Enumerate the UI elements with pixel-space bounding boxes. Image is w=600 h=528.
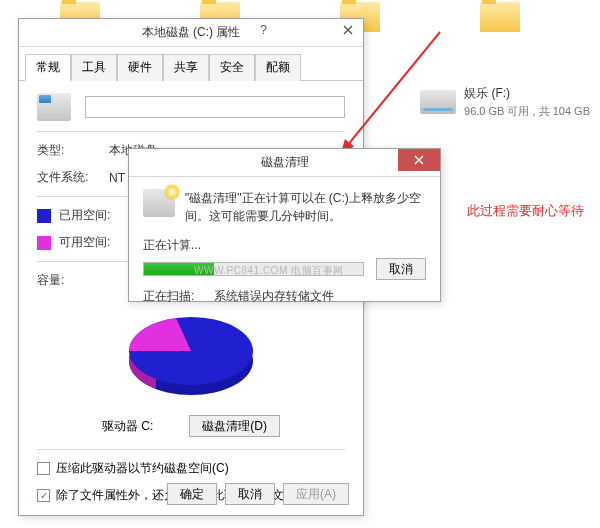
- scan-label: 正在扫描:: [143, 288, 194, 305]
- close-icon[interactable]: [333, 19, 363, 41]
- progress-bar: WWW.PC841.COM 电脑百事网: [143, 262, 364, 276]
- watermark-text: WWW.PC841.COM 电脑百事网: [194, 264, 344, 276]
- tab-hardware[interactable]: 硬件: [117, 54, 163, 81]
- disk-icon: [37, 93, 71, 121]
- annotation-note: 此过程需要耐心等待: [467, 202, 584, 220]
- titlebar[interactable]: ? 本地磁盘 (C:) 属性: [19, 19, 363, 47]
- fs-value: NT: [109, 171, 125, 185]
- scan-value: 系统错误内存转储文件: [214, 288, 334, 305]
- cancel-button[interactable]: 取消: [225, 483, 275, 505]
- tab-sharing[interactable]: 共享: [163, 54, 209, 81]
- tab-quota[interactable]: 配额: [255, 54, 301, 81]
- drive-letter-label: 驱动器 C:: [102, 418, 153, 435]
- compress-label: 压缩此驱动器以节约磁盘空间(C): [56, 460, 229, 477]
- disk-cleanup-button[interactable]: 磁盘清理(D): [189, 415, 280, 437]
- hdd-icon: [420, 90, 456, 114]
- calculating-label: 正在计算...: [143, 237, 201, 254]
- titlebar[interactable]: 磁盘清理: [129, 149, 440, 177]
- dialog-text: "磁盘清理"正在计算可以在 (C:)上释放多少空间。这可能需要几分钟时间。: [185, 189, 426, 225]
- close-icon[interactable]: [398, 149, 440, 171]
- drive-item[interactable]: 娱乐 (F:) 96.0 GB 可用 , 共 104 GB: [420, 85, 590, 119]
- type-label: 类型:: [37, 142, 109, 159]
- used-label: 已用空间:: [59, 207, 110, 224]
- folder-icon[interactable]: [480, 2, 520, 32]
- free-label: 可用空间:: [59, 234, 110, 251]
- drive-title: 娱乐 (F:): [464, 85, 590, 102]
- tab-security[interactable]: 安全: [209, 54, 255, 81]
- compress-checkbox[interactable]: [37, 462, 50, 475]
- dialog-title: 磁盘清理: [129, 154, 440, 171]
- cancel-button[interactable]: 取消: [376, 258, 426, 280]
- index-checkbox[interactable]: ✓: [37, 489, 50, 502]
- drive-subtitle: 96.0 GB 可用 , 共 104 GB: [464, 104, 590, 119]
- cleanup-icon: [143, 189, 175, 217]
- fs-label: 文件系统:: [37, 169, 109, 186]
- tab-general[interactable]: 常规: [25, 54, 71, 81]
- used-swatch: [37, 209, 51, 223]
- disk-name-input[interactable]: [85, 96, 345, 118]
- tab-strip: 常规 工具 硬件 共享 安全 配额: [19, 47, 363, 81]
- free-swatch: [37, 236, 51, 250]
- apply-button: 应用(A): [283, 483, 349, 505]
- window-title: 本地磁盘 (C:) 属性: [19, 24, 363, 41]
- tab-tools[interactable]: 工具: [71, 54, 117, 81]
- ok-button[interactable]: 确定: [167, 483, 217, 505]
- help-icon[interactable]: ?: [260, 23, 267, 37]
- disk-cleanup-dialog: 磁盘清理 "磁盘清理"正在计算可以在 (C:)上释放多少空间。这可能需要几分钟时…: [128, 148, 441, 302]
- capacity-label: 容量:: [37, 272, 109, 289]
